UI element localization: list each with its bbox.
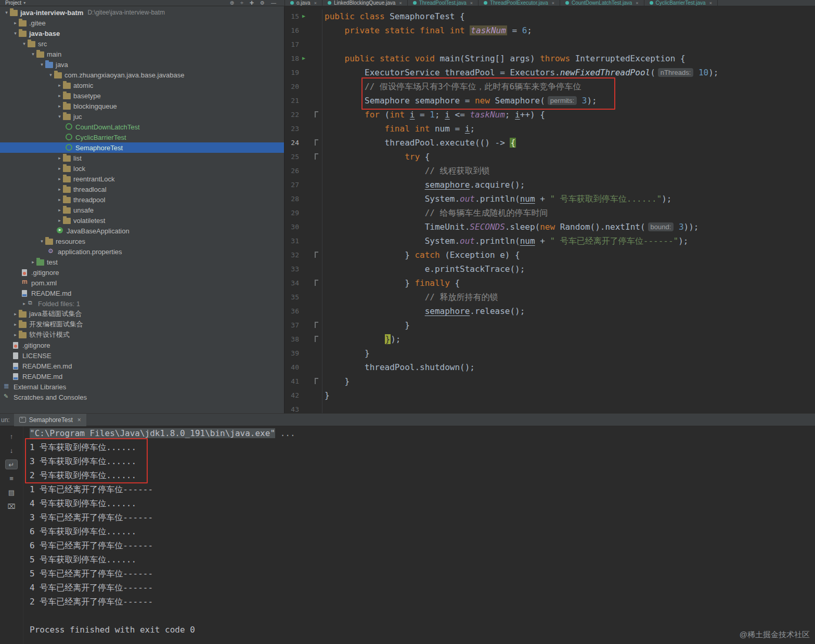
code-text[interactable]: } bbox=[322, 346, 370, 360]
tree-expand-arrow[interactable]: ▸ bbox=[30, 259, 36, 265]
tree-item[interactable]: ▸list bbox=[0, 153, 284, 163]
line-number[interactable]: 28 bbox=[284, 192, 299, 206]
line-number[interactable]: 27 bbox=[284, 178, 299, 192]
code-text[interactable]: threadPool.execute(() -> { bbox=[322, 136, 516, 150]
tree-expand-arrow[interactable]: ▸ bbox=[56, 197, 63, 202]
fold-marker[interactable] bbox=[315, 139, 318, 146]
line-number[interactable]: 25 bbox=[284, 150, 299, 164]
hide-icon[interactable]: — bbox=[271, 0, 276, 6]
tree-item[interactable]: ▸volatiletest bbox=[0, 215, 284, 226]
close-icon[interactable]: × bbox=[552, 1, 554, 6]
line-number[interactable]: 41 bbox=[284, 374, 299, 388]
line-number[interactable]: 37 bbox=[284, 318, 299, 332]
code-text[interactable]: ExecutorService threadPool = Executors.n… bbox=[322, 65, 719, 80]
tree-expand-arrow[interactable]: ▸ bbox=[56, 93, 63, 98]
tree-item[interactable]: JavaBaseApplication bbox=[0, 226, 284, 236]
line-number[interactable]: 39 bbox=[284, 346, 299, 360]
editor-tab[interactable]: o.java× bbox=[285, 0, 322, 6]
code-text[interactable]: System.out.println(num + " 号车获取到停车位.....… bbox=[322, 192, 671, 206]
settings-icon[interactable]: ⚙ bbox=[260, 0, 265, 6]
fold-marker[interactable] bbox=[315, 280, 318, 286]
tree-expand-arrow[interactable]: ▸ bbox=[56, 166, 63, 171]
tree-expand-arrow[interactable]: ▸ bbox=[56, 187, 63, 192]
tree-expand-arrow[interactable]: ▸ bbox=[56, 207, 63, 213]
code-text[interactable]: private static final int taskNum = 6; bbox=[322, 23, 532, 37]
fold-marker[interactable] bbox=[315, 322, 318, 328]
project-view-label[interactable]: Project bbox=[5, 0, 21, 6]
tree-item[interactable]: pom.xml bbox=[0, 278, 284, 288]
line-number[interactable]: 29 bbox=[284, 206, 299, 220]
line-number[interactable]: 43 bbox=[284, 402, 299, 413]
tree-item[interactable]: ▸开发编程面试集合 bbox=[0, 319, 284, 330]
code-text[interactable]: try { bbox=[322, 150, 430, 164]
line-number[interactable]: 36 bbox=[284, 304, 299, 318]
close-icon[interactable]: × bbox=[314, 1, 317, 6]
close-icon[interactable]: × bbox=[77, 416, 81, 424]
chevron-down-icon[interactable]: ▾ bbox=[23, 1, 25, 5]
fold-marker[interactable] bbox=[315, 111, 318, 117]
close-icon[interactable]: × bbox=[709, 1, 712, 6]
tree-expand-arrow[interactable]: ▾ bbox=[30, 51, 36, 57]
tree-item[interactable]: README.md bbox=[0, 371, 284, 382]
code-text[interactable]: semaphore.acquire(); bbox=[322, 178, 525, 192]
code-text[interactable]: // 给每辆车生成随机的停车时间 bbox=[322, 206, 548, 220]
line-number[interactable]: 40 bbox=[284, 360, 299, 374]
add-icon[interactable]: ✚ bbox=[250, 0, 254, 6]
run-tab[interactable]: SemaphoreTest × bbox=[14, 414, 86, 426]
editor-tab[interactable]: CountDownLatchTest.java× bbox=[560, 0, 644, 6]
tree-item[interactable]: ▸test bbox=[0, 257, 284, 267]
tree-item[interactable]: ▾java-base bbox=[0, 28, 284, 38]
editor-tab[interactable]: LinkedBlockingQueue.java× bbox=[322, 0, 408, 6]
tree-expand-arrow[interactable]: ▸ bbox=[56, 176, 63, 181]
tree-expand-arrow[interactable]: ▾ bbox=[21, 41, 28, 46]
line-number[interactable]: 16 bbox=[284, 23, 299, 37]
close-icon[interactable]: × bbox=[399, 1, 402, 6]
code-text[interactable]: System.out.println(num + " 号车已经离开了停车位---… bbox=[322, 234, 688, 248]
tree-item[interactable]: CountDownLatchTest bbox=[0, 122, 284, 132]
close-icon[interactable]: × bbox=[470, 1, 473, 6]
line-number[interactable]: 20 bbox=[284, 80, 299, 94]
compare-icon[interactable]: ÷ bbox=[240, 0, 243, 6]
tree-item[interactable]: LICENSE bbox=[0, 350, 284, 361]
line-number[interactable]: 22 bbox=[284, 108, 299, 122]
line-number[interactable]: 33 bbox=[284, 262, 299, 276]
tree-expand-arrow[interactable]: ▸ bbox=[12, 332, 19, 337]
tree-item[interactable]: Scratches and Consoles bbox=[0, 392, 284, 402]
editor-tab[interactable]: CyclicBarrierTest.java× bbox=[644, 0, 718, 6]
tree-expand-arrow[interactable]: ▸ bbox=[56, 155, 63, 161]
run-line-icon[interactable]: ▶ bbox=[299, 9, 308, 23]
code-text[interactable] bbox=[322, 37, 325, 51]
line-number[interactable]: 35 bbox=[284, 290, 299, 304]
tree-item[interactable]: ▾java bbox=[0, 59, 284, 70]
code-text[interactable]: for (int i = 1; i <= taskNum; i++) { bbox=[322, 108, 545, 122]
tree-expand-arrow[interactable]: ▸ bbox=[56, 103, 63, 109]
code-text[interactable]: // 释放所持有的锁 bbox=[322, 290, 498, 304]
code-text[interactable]: } finally { bbox=[322, 276, 460, 290]
code-text[interactable]: // 线程获取到锁 bbox=[322, 164, 490, 178]
code-text[interactable]: e.printStackTrace(); bbox=[322, 262, 525, 276]
tree-item[interactable]: ▸basetype bbox=[0, 90, 284, 101]
tree-item[interactable]: External Libraries bbox=[0, 382, 284, 392]
up-arrow-icon[interactable]: ↑ bbox=[5, 431, 18, 441]
scroll-end-icon[interactable]: ≡ bbox=[5, 474, 18, 483]
tree-item[interactable]: ▸lock bbox=[0, 163, 284, 174]
tree-item[interactable]: ▸unsafe bbox=[0, 205, 284, 215]
tree-item[interactable]: application.properties bbox=[0, 246, 284, 257]
tree-item[interactable]: .gitignore bbox=[0, 340, 284, 350]
editor-tab[interactable]: ThreadPoolExecutor.java× bbox=[478, 0, 560, 6]
fold-marker[interactable] bbox=[315, 378, 318, 384]
line-number[interactable]: 21 bbox=[284, 94, 299, 108]
line-number[interactable]: 24 bbox=[284, 136, 299, 150]
tree-item[interactable]: ▾java-interview-batmD:\gitee\java-interv… bbox=[0, 7, 284, 18]
editor-tab[interactable]: ThreadPoolTest.java× bbox=[408, 0, 478, 6]
code-text[interactable]: semaphore.release(); bbox=[322, 304, 525, 318]
line-number[interactable]: 30 bbox=[284, 220, 299, 234]
tree-expand-arrow[interactable]: ▸ bbox=[12, 311, 19, 317]
code-text[interactable]: TimeUnit.SECONDS.sleep(new Random().next… bbox=[322, 220, 698, 234]
tree-item[interactable]: SemaphoreTest bbox=[0, 142, 284, 153]
line-number[interactable]: 32 bbox=[284, 248, 299, 262]
line-number[interactable]: 38 bbox=[284, 332, 299, 346]
tree-item[interactable]: ▸threadlocal bbox=[0, 184, 284, 194]
line-number[interactable]: 42 bbox=[284, 388, 299, 402]
target-icon[interactable]: ⊕ bbox=[230, 0, 234, 6]
